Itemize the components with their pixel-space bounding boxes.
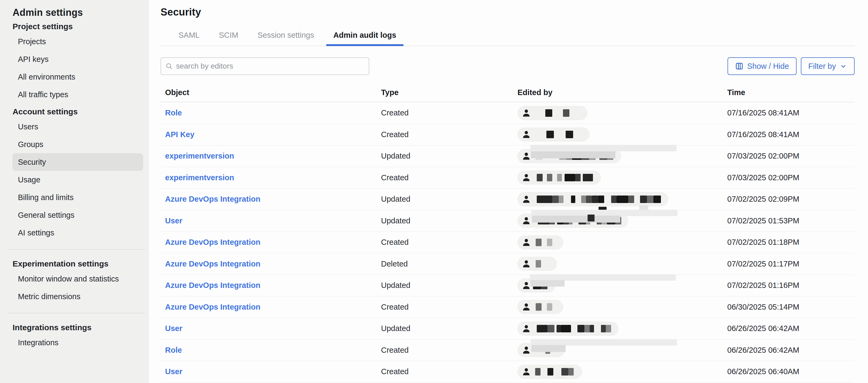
object-link[interactable]: experimentversion: [165, 152, 234, 160]
sidebar-item-label: General settings: [18, 211, 74, 219]
object-link[interactable]: Azure DevOps Integration: [165, 260, 260, 268]
person-icon: [521, 173, 531, 183]
type-cell: Updated: [381, 152, 410, 160]
tab-scim[interactable]: SCIM: [214, 31, 243, 46]
sidebar-item-label: AI settings: [18, 229, 54, 237]
redaction-bar: [532, 215, 620, 223]
search-box[interactable]: [160, 57, 369, 75]
edited-by-cell: [513, 210, 723, 232]
redacted-editor-name: [531, 303, 552, 311]
sidebar-item-users[interactable]: Users: [0, 118, 143, 136]
person-icon: [521, 194, 531, 204]
object-link[interactable]: experimentversion: [165, 173, 234, 182]
editor-chip: [518, 365, 582, 379]
sidebar-item-label: Projects: [18, 37, 46, 46]
redacted-editor-name: [531, 260, 541, 268]
time-cell: 07/02/2025 01:16PM: [727, 281, 799, 290]
show-hide-button[interactable]: Show / Hide: [727, 57, 797, 75]
tab-admin-audit-logs[interactable]: Admin audit logs: [329, 31, 401, 46]
tab-session-settings[interactable]: Session settings: [253, 31, 318, 46]
time-cell: 06/26/2025 06:42AM: [727, 324, 799, 333]
sidebar-section-header: Project settings: [0, 22, 149, 31]
edited-by-cell: [513, 340, 723, 361]
object-link[interactable]: User: [165, 216, 183, 225]
editor-chip: [518, 257, 557, 271]
time-cell: 07/16/2025 08:41AM: [727, 109, 799, 117]
redaction-bar: [531, 151, 615, 158]
object-link[interactable]: Azure DevOps Integration: [165, 303, 260, 312]
search-input[interactable]: [176, 62, 363, 70]
sidebar-item-api-keys[interactable]: API keys: [0, 50, 143, 68]
editor-chip: [518, 322, 618, 335]
column-header-time: Time: [723, 88, 855, 97]
object-link[interactable]: Azure DevOps Integration: [165, 195, 260, 204]
time-cell: 06/26/2025 06:40AM: [727, 367, 799, 376]
table-row: Azure DevOps Integration Updated 07/02/2…: [160, 188, 855, 210]
table-row: Azure DevOps Integration Created 07/02/2…: [160, 232, 855, 254]
type-cell: Updated: [381, 216, 410, 225]
person-icon: [521, 259, 531, 269]
edited-by-cell: [513, 102, 723, 124]
object-link[interactable]: Role: [165, 346, 182, 355]
sidebar-item-integrations[interactable]: Integrations: [0, 334, 143, 351]
object-link[interactable]: User: [165, 367, 183, 376]
redacted-editor-name: [531, 174, 593, 181]
object-link[interactable]: Azure DevOps Integration: [165, 281, 260, 290]
sidebar-item-metric-dimensions[interactable]: Metric dimensions: [0, 288, 143, 305]
audit-log-table: ObjectTypeEdited byTime Role Created 07/…: [160, 83, 855, 383]
type-cell: Created: [381, 109, 409, 117]
redaction-bar: [588, 214, 594, 222]
person-icon: [521, 237, 531, 247]
object-link[interactable]: Azure DevOps Integration: [165, 238, 260, 247]
person-icon: [521, 345, 531, 355]
sidebar-item-monitor-window-and-statistics[interactable]: Monitor window and statistics: [0, 270, 143, 288]
time-cell: 07/02/2025 01:53PM: [727, 216, 799, 225]
object-link[interactable]: User: [165, 324, 183, 333]
column-header-type: Type: [376, 88, 513, 97]
person-icon: [521, 129, 531, 140]
search-icon: [165, 62, 173, 70]
filter-by-button[interactable]: Filter by: [801, 57, 855, 75]
person-icon: [521, 215, 531, 226]
columns-icon: [735, 62, 744, 70]
type-cell: Created: [381, 130, 409, 139]
redacted-editor-name: [531, 109, 569, 117]
table-header-row: ObjectTypeEdited byTime: [160, 83, 855, 102]
person-icon: [521, 302, 531, 312]
table-body: Role Created 07/16/2025 08:41AM API Key …: [160, 102, 855, 383]
person-icon: [521, 367, 531, 377]
sidebar-item-general-settings[interactable]: General settings: [0, 206, 143, 224]
time-cell: 07/02/2025 01:18PM: [727, 238, 799, 247]
sidebar-section-header: Experimentation settings: [0, 259, 149, 268]
editor-chip: [518, 127, 589, 141]
person-icon: [521, 324, 531, 334]
sidebar-item-label: API keys: [18, 55, 49, 64]
sidebar-item-usage[interactable]: Usage: [0, 171, 143, 188]
toolbar-actions: Show / Hide Filter by: [727, 57, 855, 75]
tab-saml[interactable]: SAML: [174, 31, 204, 46]
sidebar-item-billing-and-limits[interactable]: Billing and limits: [0, 188, 143, 206]
sidebar-item-label: All environments: [18, 72, 75, 81]
sidebar-item-projects[interactable]: Projects: [0, 33, 143, 50]
sidebar-item-ai-settings[interactable]: AI settings: [0, 224, 143, 242]
sidebar-item-label: Usage: [18, 175, 40, 184]
sidebar-item-all-environments[interactable]: All environments: [0, 68, 143, 86]
table-row: Azure DevOps Integration Created 06/30/2…: [160, 296, 855, 318]
redaction-bar: [530, 280, 565, 287]
editor-chip: [518, 235, 563, 249]
object-link[interactable]: API Key: [165, 130, 194, 139]
table-row: User Created 06/26/2025 06:40AM: [160, 361, 855, 383]
sidebar-item-label: Security: [18, 158, 46, 167]
sidebar-item-label: Monitor window and statistics: [18, 274, 119, 283]
edited-by-cell: [513, 124, 723, 145]
object-link[interactable]: Role: [165, 109, 182, 117]
type-cell: Created: [381, 303, 409, 312]
sidebar-item-label: All traffic types: [18, 90, 68, 99]
table-row: experimentversion Created 07/03/2025 02:…: [160, 167, 855, 189]
sidebar-item-groups[interactable]: Groups: [0, 136, 143, 153]
time-cell: 07/02/2025 02:09PM: [727, 195, 799, 204]
sidebar-item-security[interactable]: Security: [12, 153, 143, 171]
person-icon: [521, 108, 531, 118]
sidebar-item-all-traffic-types[interactable]: All traffic types: [0, 86, 143, 104]
table-row: User Updated 07/02/2025 01:53PM: [160, 210, 855, 232]
